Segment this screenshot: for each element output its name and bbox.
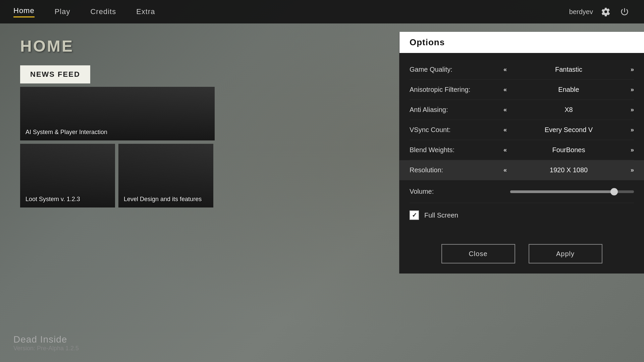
option-value-anti-aliasing: X8 [514, 106, 624, 114]
volume-slider[interactable] [510, 190, 634, 193]
slider-thumb[interactable] [610, 188, 618, 195]
arrow-right-game-quality[interactable]: » [631, 66, 634, 73]
option-label-game-quality: Game Quality: [410, 66, 503, 73]
options-panel: Options Game Quality: « Fantastic » Anis… [399, 32, 644, 274]
arrow-right-anisotropic[interactable]: » [631, 86, 634, 93]
nav-right: berdyev [569, 6, 631, 18]
page-title: HOME [20, 37, 231, 55]
arrow-left-anti-aliasing[interactable]: « [503, 106, 507, 113]
option-value-resolution: 1920 X 1080 [514, 166, 624, 174]
option-value-blend-weights: FourBones [514, 146, 624, 154]
nav-links: Home Play Credits Extra [13, 6, 155, 17]
option-value-vsync: Every Second V [514, 126, 624, 134]
checkmark-icon: ✓ [412, 212, 417, 219]
news-item-label-large: AI System & Player Interaction [25, 129, 107, 136]
news-grid: AI System & Player Interaction Loot Syst… [20, 87, 231, 207]
left-panel: HOME NEWS FEED AI System & Player Intera… [0, 23, 245, 362]
arrow-left-blend-weights[interactable]: « [503, 146, 507, 154]
fullscreen-row: ✓ Full Screen [410, 203, 634, 227]
news-item-small-1[interactable]: Loot System v. 1.2.3 [20, 144, 115, 207]
news-item-label-small-1: Loot System v. 1.2.3 [25, 196, 80, 203]
navbar: Home Play Credits Extra berdyev [0, 0, 644, 23]
option-control-resolution: « 1920 X 1080 » [503, 166, 634, 174]
option-control-game-quality: « Fantastic » [503, 66, 634, 73]
news-row: Loot System v. 1.2.3 Level Design and it… [20, 144, 231, 207]
arrow-right-blend-weights[interactable]: » [631, 146, 634, 154]
option-value-game-quality: Fantastic [514, 66, 624, 73]
power-icon[interactable] [619, 6, 631, 18]
news-item-label-small-2: Level Design and its features [124, 196, 202, 203]
options-header: Options [399, 32, 644, 53]
game-version: Version: Pre-Alpha 1.2.5 [13, 345, 79, 352]
nav-extra[interactable]: Extra [136, 7, 155, 16]
fullscreen-label: Full Screen [424, 212, 458, 219]
option-label-vsync: VSync Count: [410, 126, 503, 134]
volume-label: Volume: [410, 188, 503, 195]
option-label-blend-weights: Blend Weights: [410, 146, 503, 154]
slider-fill [510, 190, 612, 193]
option-row-game-quality: Game Quality: « Fantastic » [410, 60, 634, 80]
arrow-left-anisotropic[interactable]: « [503, 86, 507, 93]
option-row-vsync: VSync Count: « Every Second V » [410, 120, 634, 140]
option-row-blend-weights: Blend Weights: « FourBones » [410, 140, 634, 160]
options-body: Game Quality: « Fantastic » Anisotropic … [399, 53, 644, 234]
news-item-small-2[interactable]: Level Design and its features [118, 144, 213, 207]
option-control-vsync: « Every Second V » [503, 126, 634, 134]
option-control-anti-aliasing: « X8 » [503, 106, 634, 114]
arrow-right-vsync[interactable]: » [631, 126, 634, 133]
option-label-anti-aliasing: Anti Aliasing: [410, 106, 503, 114]
arrow-right-resolution[interactable]: » [631, 167, 634, 174]
game-info: Dead Inside Version: Pre-Alpha 1.2.5 [13, 334, 79, 352]
option-label-anisotropic: Anisotropic Filtering: [410, 86, 503, 94]
arrow-right-anti-aliasing[interactable]: » [631, 106, 634, 113]
username-label: berdyev [569, 8, 593, 16]
option-value-anisotropic: Enable [514, 86, 624, 94]
game-title: Dead Inside [13, 334, 79, 345]
news-item-large[interactable]: AI System & Player Interaction [20, 87, 215, 140]
option-control-anisotropic: « Enable » [503, 86, 634, 94]
nav-credits[interactable]: Credits [90, 7, 116, 16]
settings-icon[interactable] [600, 6, 612, 18]
nav-home[interactable]: Home [13, 6, 35, 17]
volume-row: Volume: [410, 180, 634, 203]
fullscreen-checkbox[interactable]: ✓ [410, 210, 419, 220]
apply-button[interactable]: Apply [529, 244, 602, 263]
options-buttons: Close Apply [399, 234, 644, 274]
nav-play[interactable]: Play [55, 7, 70, 16]
option-label-resolution: Resolution: [410, 166, 503, 174]
option-row-anisotropic: Anisotropic Filtering: « Enable » [410, 80, 634, 100]
option-control-blend-weights: « FourBones » [503, 146, 634, 154]
arrow-left-game-quality[interactable]: « [503, 66, 507, 73]
option-row-anti-aliasing: Anti Aliasing: « X8 » [410, 100, 634, 120]
news-feed-tab[interactable]: NEWS FEED [20, 65, 90, 83]
option-row-resolution: Resolution: « 1920 X 1080 » [399, 160, 644, 180]
close-button[interactable]: Close [441, 244, 515, 263]
arrow-left-resolution[interactable]: « [503, 167, 507, 174]
arrow-left-vsync[interactable]: « [503, 126, 507, 133]
